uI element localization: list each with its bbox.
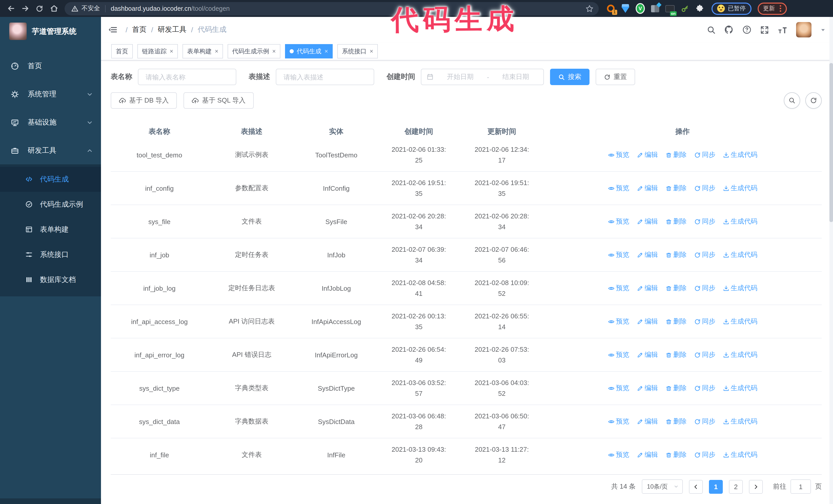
chevron-down-icon[interactable] [820,27,826,32]
import-sql-button[interactable]: 基于 SQL 导入 [184,92,254,109]
preview-action[interactable]: 预览 [608,184,629,193]
delete-action[interactable]: 删除 [665,450,687,459]
generate-code-action[interactable]: 生成代码 [722,184,757,193]
tag-view-tab[interactable]: 表单构建 × [183,44,223,58]
generate-code-action[interactable]: 生成代码 [722,317,757,326]
sidebar-submenu-item[interactable]: 代码生成示例 [0,192,101,217]
edit-action[interactable]: 编辑 [636,150,658,160]
generate-code-action[interactable]: 生成代码 [722,384,757,393]
refresh-table-icon[interactable] [805,92,822,109]
sync-action[interactable]: 同步 [694,250,715,259]
bookmark-star-icon[interactable] [586,4,594,13]
delete-action[interactable]: 删除 [665,284,687,293]
orange-ring-extension-icon[interactable]: 1 [606,4,615,13]
preview-action[interactable]: 预览 [608,250,629,259]
edit-action[interactable]: 编辑 [636,184,658,193]
search-button[interactable]: 搜索 [550,69,590,85]
sidebar-menu-item[interactable]: 系统管理 [0,80,101,108]
edit-action[interactable]: 编辑 [636,417,658,426]
start-date-placeholder[interactable]: 开始日期 [438,72,483,81]
close-icon[interactable]: × [325,48,328,54]
generate-code-action[interactable]: 生成代码 [722,150,757,160]
edit-action[interactable]: 编辑 [636,384,658,393]
sidebar-submenu-item[interactable]: 系统接口 [0,242,101,267]
close-icon[interactable]: × [272,48,276,54]
address-bar[interactable]: 不安全 dashboard.yudao.iocoder.cn/tool/code… [65,2,599,15]
breadcrumb-item[interactable]: / 首页 [125,25,147,34]
generate-code-action[interactable]: 生成代码 [722,217,757,226]
edit-action[interactable]: 编辑 [636,350,658,359]
toggle-search-icon[interactable] [784,92,800,109]
delete-action[interactable]: 删除 [665,350,687,359]
browser-home-icon[interactable] [47,2,61,15]
reset-button[interactable]: 重置 [596,69,635,85]
extensions-puzzle-icon[interactable] [695,4,704,13]
delete-action[interactable]: 删除 [665,217,687,226]
sync-action[interactable]: 同步 [694,417,715,426]
page-number-button[interactable]: 1 [709,480,723,494]
tag-view-tab[interactable]: 系统接口 × [337,44,378,58]
delete-action[interactable]: 删除 [665,417,687,426]
page-number-button[interactable]: 2 [729,480,743,494]
edit-action[interactable]: 编辑 [636,217,658,226]
preview-action[interactable]: 预览 [608,217,629,226]
preview-action[interactable]: 预览 [608,150,629,160]
green-shield-extension-icon[interactable]: V [636,4,645,13]
sync-action[interactable]: 同步 [694,450,715,459]
browser-back-icon[interactable] [4,2,18,15]
sidebar-menu-item[interactable]: 首页 [0,52,101,80]
generate-code-action[interactable]: 生成代码 [722,417,757,426]
edit-action[interactable]: 编辑 [636,284,658,293]
page-scrollbar[interactable] [829,17,833,504]
user-avatar[interactable] [796,22,811,38]
browser-forward-icon[interactable] [19,2,32,15]
import-db-button[interactable]: 基于 DB 导入 [111,92,177,109]
delete-action[interactable]: 删除 [665,150,687,160]
browser-menu-icon[interactable] [780,5,781,12]
sidebar-menu-item[interactable]: 基础设施 [0,108,101,136]
preview-action[interactable]: 预览 [608,384,629,393]
preview-action[interactable]: 预览 [608,417,629,426]
delete-action[interactable]: 删除 [665,317,687,326]
delete-action[interactable]: 删除 [665,184,687,193]
edit-action[interactable]: 编辑 [636,317,658,326]
sync-action[interactable]: 同步 [694,350,715,359]
end-date-placeholder[interactable]: 结束日期 [493,72,538,81]
search-icon[interactable] [707,25,716,34]
generate-code-action[interactable]: 生成代码 [722,250,757,259]
generate-code-action[interactable]: 生成代码 [722,350,757,359]
table-name-input[interactable] [145,73,230,81]
breadcrumb-item[interactable]: / 代码生成 [191,25,227,34]
help-icon[interactable] [742,25,752,34]
close-icon[interactable]: × [215,48,218,54]
sync-action[interactable]: 同步 [694,150,715,160]
github-icon[interactable] [724,25,734,34]
sidebar-submenu-item[interactable]: 数据库文档 [0,267,101,292]
goto-page-input[interactable] [790,479,811,494]
next-page-button[interactable] [749,480,763,494]
generate-code-action[interactable]: 生成代码 [722,450,757,459]
edit-action[interactable]: 编辑 [636,250,658,259]
blue-gem-extension-icon[interactable] [621,4,630,13]
sidebar-logo-row[interactable]: 芋道管理系统 [0,17,101,46]
profile-paused-chip[interactable]: 已暂停 [712,2,751,15]
browser-reload-icon[interactable] [33,2,46,15]
preview-action[interactable]: 预览 [608,450,629,459]
preview-action[interactable]: 预览 [608,350,629,359]
sidebar-menu-item[interactable]: 研发工具 [0,136,101,165]
sync-action[interactable]: 同步 [694,217,715,226]
close-icon[interactable]: × [170,48,173,54]
edit-action[interactable]: 编辑 [636,450,658,459]
key-extension-icon[interactable] [680,4,689,13]
close-icon[interactable]: × [370,48,373,54]
breadcrumb-item[interactable]: / 研发工具 [151,25,187,34]
preview-action[interactable]: 预览 [608,317,629,326]
sync-action[interactable]: 同步 [694,384,715,393]
generate-code-action[interactable]: 生成代码 [722,284,757,293]
page-size-select[interactable]: 10条/页 [642,479,683,494]
sync-action[interactable]: 同步 [694,284,715,293]
sync-action[interactable]: 同步 [694,184,715,193]
sidebar-toggle-icon[interactable] [109,25,118,34]
scrollbar-thumb[interactable] [829,63,833,222]
delete-action[interactable]: 删除 [665,250,687,259]
